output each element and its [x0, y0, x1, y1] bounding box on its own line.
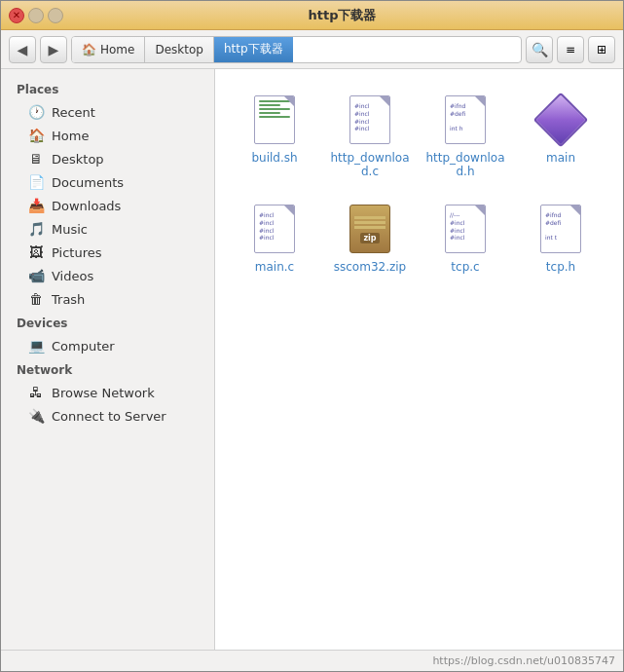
window-title: http下载器 — [69, 7, 615, 24]
menu-button[interactable]: ≡ — [557, 36, 584, 63]
home-icon: 🏠 — [82, 43, 96, 56]
forward-button[interactable]: ▶ — [40, 36, 67, 63]
breadcrumb-current-label: http下载器 — [224, 41, 283, 57]
breadcrumb-home-label: Home — [100, 43, 134, 56]
file-icon-tcp-c: //---#incl#incl#incl — [442, 202, 489, 256]
script-doc-icon — [254, 95, 295, 144]
recent-icon: 🕐 — [28, 104, 44, 120]
zip-stripe — [354, 226, 385, 229]
pictures-icon: 🖼 — [28, 244, 44, 260]
videos-icon: 📹 — [28, 268, 44, 283]
sidebar-item-computer-label: Computer — [52, 339, 115, 354]
sidebar-item-recent-label: Recent — [52, 105, 95, 120]
file-label-sscom32-zip: sscom32.zip — [334, 260, 406, 274]
sidebar-item-trash[interactable]: 🗑 Trash — [1, 287, 214, 311]
devices-section-label: Devices — [1, 311, 214, 334]
file-icon-sscom32-zip: zip — [347, 202, 393, 256]
sidebar-item-music[interactable]: 🎵 Music — [1, 217, 214, 241]
sidebar-item-trash-label: Trash — [52, 292, 85, 307]
doc-line — [259, 112, 280, 114]
sidebar-item-desktop-label: Desktop — [52, 152, 104, 167]
breadcrumb-current[interactable]: http下载器 — [214, 37, 293, 62]
music-icon: 🎵 — [28, 221, 44, 237]
titlebar: ✕ http下载器 — [1, 1, 623, 30]
sidebar-item-downloads-label: Downloads — [52, 199, 121, 213]
sidebar-item-home-label: Home — [52, 129, 89, 143]
file-label-http-download-h: http_download.h — [425, 151, 505, 178]
file-icon-main — [537, 93, 584, 147]
file-label-http-download-c: http_download.c — [330, 151, 410, 178]
sidebar-item-music-label: Music — [52, 222, 88, 237]
home-sidebar-icon: 🏠 — [28, 128, 44, 143]
file-item-http-download-c[interactable]: #incl#incl#incl#incl http_download.c — [326, 85, 414, 186]
file-icon-http-download-c: #incl#incl#incl#incl — [347, 93, 393, 147]
breadcrumb-desktop-label: Desktop — [155, 43, 203, 56]
file-icon-tcp-h: #ifnd#defiint t — [537, 202, 584, 256]
window-controls: ✕ — [9, 8, 63, 23]
sidebar-item-pictures[interactable]: 🖼 Pictures — [1, 241, 214, 264]
toolbar: ◀ ▶ 🏠 Home Desktop http下载器 🔍 ≡ ⊞ — [1, 30, 623, 69]
sidebar-item-videos[interactable]: 📹 Videos — [1, 264, 214, 287]
sidebar-item-computer[interactable]: 💻 Computer — [1, 334, 214, 357]
computer-icon: 💻 — [28, 338, 44, 354]
grid-button[interactable]: ⊞ — [588, 36, 615, 63]
menu-icon: ≡ — [566, 43, 575, 56]
doc-line — [259, 108, 290, 110]
tcp-h-doc-icon: #ifnd#defiint t — [540, 205, 581, 253]
file-item-main-c[interactable]: #incl#incl#incl#incl main.c — [231, 194, 318, 281]
file-item-build-sh[interactable]: build.sh — [231, 85, 318, 186]
sidebar-item-documents[interactable]: 📄 Documents — [1, 170, 214, 194]
file-label-main: main — [546, 151, 575, 165]
breadcrumb-home[interactable]: 🏠 Home — [72, 37, 145, 62]
sidebar-item-home[interactable]: 🏠 Home — [1, 124, 214, 147]
sidebar-item-documents-label: Documents — [52, 175, 124, 190]
status-url: https://blog.csdn.net/u010835747 — [432, 654, 615, 667]
sidebar-item-connect-server[interactable]: 🔌 Connect to Server — [1, 404, 214, 428]
exec-diamond-icon — [533, 93, 589, 148]
sidebar: Places 🕐 Recent 🏠 Home 🖥 Desktop 📄 Docum… — [1, 69, 215, 650]
main-c-doc-icon: #incl#incl#incl#incl — [254, 205, 295, 253]
close-button[interactable]: ✕ — [9, 8, 24, 23]
file-icon-main-c: #incl#incl#incl#incl — [251, 202, 298, 256]
file-label-tcp-c: tcp.c — [451, 260, 479, 274]
zip-label: zip — [360, 233, 379, 243]
doc-line — [259, 104, 280, 106]
minimize-button[interactable] — [28, 8, 44, 23]
file-area: build.sh #incl#incl#incl#incl http_downl… — [215, 69, 623, 650]
connect-server-icon: 🔌 — [28, 408, 44, 424]
back-button[interactable]: ◀ — [9, 36, 36, 63]
file-item-sscom32-zip[interactable]: zip sscom32.zip — [326, 194, 414, 281]
window: ✕ http下载器 ◀ ▶ 🏠 Home Desktop http下载器 🔍 ≡ — [0, 0, 624, 672]
maximize-button[interactable] — [48, 8, 63, 23]
file-icon-build-sh — [251, 93, 298, 147]
sidebar-item-downloads[interactable]: 📥 Downloads — [1, 194, 214, 217]
file-label-build-sh: build.sh — [251, 151, 297, 165]
sidebar-item-recent[interactable]: 🕐 Recent — [1, 100, 214, 124]
downloads-icon: 📥 — [28, 198, 44, 213]
sidebar-item-browse-network-label: Browse Network — [52, 386, 155, 400]
code-doc-icon: #incl#incl#incl#incl — [349, 95, 390, 144]
file-label-tcp-h: tcp.h — [546, 260, 575, 274]
file-item-main[interactable]: main — [517, 85, 605, 186]
desktop-icon: 🖥 — [28, 151, 44, 167]
tcp-c-doc-icon: //---#incl#incl#incl — [445, 205, 486, 253]
file-item-tcp-c[interactable]: //---#incl#incl#incl tcp.c — [422, 194, 509, 281]
breadcrumb: 🏠 Home Desktop http下载器 — [71, 36, 522, 63]
header-doc-icon: #ifnd#defiint h — [445, 95, 486, 144]
sidebar-item-pictures-label: Pictures — [52, 245, 101, 260]
browse-network-icon: 🖧 — [28, 385, 44, 400]
places-section-label: Places — [1, 77, 214, 100]
zip-stripe — [354, 216, 385, 219]
sidebar-item-desktop[interactable]: 🖥 Desktop — [1, 147, 214, 170]
breadcrumb-desktop[interactable]: Desktop — [145, 37, 214, 62]
file-item-http-download-h[interactable]: #ifnd#defiint h http_download.h — [422, 85, 509, 186]
file-item-tcp-h[interactable]: #ifnd#defiint t tcp.h — [517, 194, 605, 281]
doc-line — [259, 100, 290, 102]
grid-icon: ⊞ — [597, 43, 606, 56]
search-button[interactable]: 🔍 — [526, 36, 553, 63]
file-icon-http-download-h: #ifnd#defiint h — [442, 93, 489, 147]
sidebar-item-browse-network[interactable]: 🖧 Browse Network — [1, 381, 214, 404]
trash-icon: 🗑 — [28, 291, 44, 307]
file-label-main-c: main.c — [255, 260, 294, 274]
content-area: Places 🕐 Recent 🏠 Home 🖥 Desktop 📄 Docum… — [1, 69, 623, 650]
